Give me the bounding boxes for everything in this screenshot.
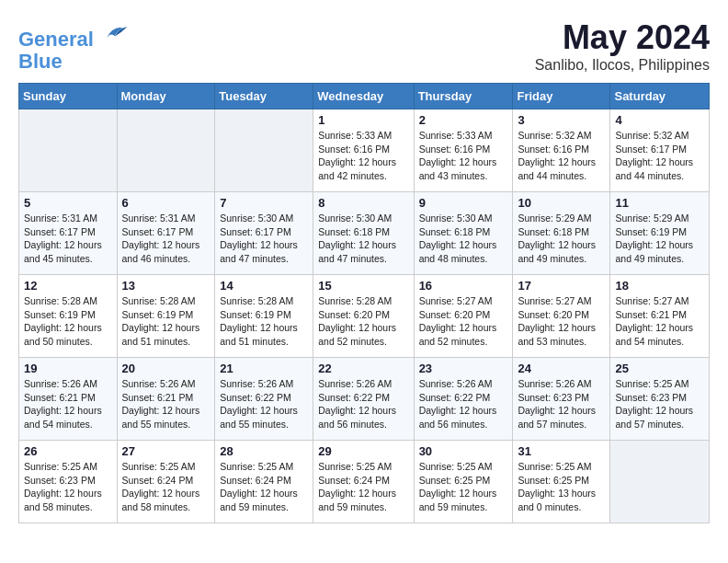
calendar-header-row: SundayMondayTuesdayWednesdayThursdayFrid… xyxy=(19,84,710,109)
day-number: 20 xyxy=(122,362,210,375)
calendar-cell: 10Sunrise: 5:29 AMSunset: 6:18 PMDayligh… xyxy=(513,192,610,275)
calendar-week-row: 26Sunrise: 5:25 AMSunset: 6:23 PMDayligh… xyxy=(19,441,710,523)
day-number: 1 xyxy=(318,113,408,127)
calendar-cell: 22Sunrise: 5:26 AMSunset: 6:22 PMDayligh… xyxy=(313,358,414,441)
day-number: 16 xyxy=(419,279,508,293)
day-number: 27 xyxy=(122,444,210,458)
calendar-cell: 18Sunrise: 5:27 AMSunset: 6:21 PMDayligh… xyxy=(610,275,710,358)
calendar-week-row: 1Sunrise: 5:33 AMSunset: 6:16 PMDaylight… xyxy=(19,109,710,192)
day-number: 6 xyxy=(122,196,210,210)
day-number: 22 xyxy=(318,362,408,375)
calendar-week-row: 5Sunrise: 5:31 AMSunset: 6:17 PMDaylight… xyxy=(19,192,710,275)
calendar-cell: 20Sunrise: 5:26 AMSunset: 6:21 PMDayligh… xyxy=(117,358,215,441)
day-info: Sunrise: 5:25 AMSunset: 6:24 PMDaylight:… xyxy=(122,460,210,514)
day-info: Sunrise: 5:26 AMSunset: 6:21 PMDaylight:… xyxy=(24,377,112,431)
day-number: 15 xyxy=(318,279,408,293)
calendar-cell: 17Sunrise: 5:27 AMSunset: 6:20 PMDayligh… xyxy=(513,275,610,358)
calendar-cell: 11Sunrise: 5:29 AMSunset: 6:19 PMDayligh… xyxy=(610,192,710,275)
weekday-header-thursday: Thursday xyxy=(414,84,513,109)
day-info: Sunrise: 5:29 AMSunset: 6:19 PMDaylight:… xyxy=(615,212,704,266)
page-header: General Blue May 2024 Sanlibo, Ilocos, P… xyxy=(18,18,710,74)
day-info: Sunrise: 5:25 AMSunset: 6:24 PMDaylight:… xyxy=(318,460,408,514)
calendar-week-row: 12Sunrise: 5:28 AMSunset: 6:19 PMDayligh… xyxy=(19,275,710,358)
day-info: Sunrise: 5:32 AMSunset: 6:16 PMDaylight:… xyxy=(518,129,605,183)
calendar-cell: 6Sunrise: 5:31 AMSunset: 6:17 PMDaylight… xyxy=(117,192,215,275)
weekday-header-saturday: Saturday xyxy=(610,84,710,109)
day-info: Sunrise: 5:26 AMSunset: 6:23 PMDaylight:… xyxy=(518,377,605,431)
calendar-cell: 5Sunrise: 5:31 AMSunset: 6:17 PMDaylight… xyxy=(19,192,118,275)
day-info: Sunrise: 5:33 AMSunset: 6:16 PMDaylight:… xyxy=(318,129,408,183)
day-number: 31 xyxy=(518,444,605,458)
day-info: Sunrise: 5:25 AMSunset: 6:23 PMDaylight:… xyxy=(615,377,704,431)
weekday-header-friday: Friday xyxy=(513,84,610,109)
day-number: 5 xyxy=(24,196,112,210)
day-info: Sunrise: 5:33 AMSunset: 6:16 PMDaylight:… xyxy=(419,129,508,183)
day-number: 11 xyxy=(615,196,704,210)
day-number: 7 xyxy=(220,196,308,210)
calendar-cell: 19Sunrise: 5:26 AMSunset: 6:21 PMDayligh… xyxy=(19,358,118,441)
calendar-cell: 1Sunrise: 5:33 AMSunset: 6:16 PMDaylight… xyxy=(313,109,414,192)
day-number: 13 xyxy=(122,279,210,293)
day-number: 2 xyxy=(419,113,508,127)
calendar-cell xyxy=(215,109,313,192)
calendar-cell: 16Sunrise: 5:27 AMSunset: 6:20 PMDayligh… xyxy=(414,275,513,358)
day-number: 21 xyxy=(220,362,308,375)
day-info: Sunrise: 5:26 AMSunset: 6:22 PMDaylight:… xyxy=(318,377,408,431)
day-number: 25 xyxy=(615,362,704,375)
logo: General Blue xyxy=(18,18,129,73)
day-number: 8 xyxy=(318,196,408,210)
day-number: 23 xyxy=(419,362,508,375)
day-info: Sunrise: 5:31 AMSunset: 6:17 PMDaylight:… xyxy=(24,212,112,266)
day-number: 12 xyxy=(24,279,112,293)
day-number: 30 xyxy=(419,444,508,458)
calendar-cell: 24Sunrise: 5:26 AMSunset: 6:23 PMDayligh… xyxy=(513,358,610,441)
weekday-header-sunday: Sunday xyxy=(19,84,118,109)
day-info: Sunrise: 5:27 AMSunset: 6:21 PMDaylight:… xyxy=(615,294,704,349)
calendar-cell: 7Sunrise: 5:30 AMSunset: 6:17 PMDaylight… xyxy=(215,192,313,275)
day-info: Sunrise: 5:28 AMSunset: 6:19 PMDaylight:… xyxy=(220,294,308,349)
calendar-cell: 29Sunrise: 5:25 AMSunset: 6:24 PMDayligh… xyxy=(313,441,414,523)
calendar-cell: 31Sunrise: 5:25 AMSunset: 6:25 PMDayligh… xyxy=(513,441,610,523)
day-info: Sunrise: 5:25 AMSunset: 6:25 PMDaylight:… xyxy=(518,460,605,514)
calendar-table: SundayMondayTuesdayWednesdayThursdayFrid… xyxy=(18,83,710,523)
day-info: Sunrise: 5:32 AMSunset: 6:17 PMDaylight:… xyxy=(615,129,704,183)
weekday-header-wednesday: Wednesday xyxy=(313,84,414,109)
calendar-cell xyxy=(19,109,118,192)
calendar-week-row: 19Sunrise: 5:26 AMSunset: 6:21 PMDayligh… xyxy=(19,358,710,441)
calendar-cell: 25Sunrise: 5:25 AMSunset: 6:23 PMDayligh… xyxy=(610,358,710,441)
day-number: 29 xyxy=(318,444,408,458)
calendar-cell: 4Sunrise: 5:32 AMSunset: 6:17 PMDaylight… xyxy=(610,109,710,192)
calendar-cell xyxy=(610,441,710,523)
calendar-cell: 30Sunrise: 5:25 AMSunset: 6:25 PMDayligh… xyxy=(414,441,513,523)
day-number: 17 xyxy=(518,279,605,293)
day-info: Sunrise: 5:30 AMSunset: 6:18 PMDaylight:… xyxy=(318,212,408,266)
day-number: 28 xyxy=(220,444,308,458)
day-info: Sunrise: 5:26 AMSunset: 6:22 PMDaylight:… xyxy=(419,377,508,431)
day-number: 24 xyxy=(518,362,605,375)
day-info: Sunrise: 5:30 AMSunset: 6:17 PMDaylight:… xyxy=(220,212,308,266)
calendar-cell: 23Sunrise: 5:26 AMSunset: 6:22 PMDayligh… xyxy=(414,358,513,441)
day-number: 19 xyxy=(24,362,112,375)
day-number: 10 xyxy=(518,196,605,210)
calendar-cell: 27Sunrise: 5:25 AMSunset: 6:24 PMDayligh… xyxy=(117,441,215,523)
day-info: Sunrise: 5:31 AMSunset: 6:17 PMDaylight:… xyxy=(122,212,210,266)
day-number: 4 xyxy=(615,113,704,127)
calendar-cell: 13Sunrise: 5:28 AMSunset: 6:19 PMDayligh… xyxy=(117,275,215,358)
day-info: Sunrise: 5:25 AMSunset: 6:23 PMDaylight:… xyxy=(24,460,112,514)
calendar-cell: 15Sunrise: 5:28 AMSunset: 6:20 PMDayligh… xyxy=(313,275,414,358)
calendar-cell: 9Sunrise: 5:30 AMSunset: 6:18 PMDaylight… xyxy=(414,192,513,275)
day-number: 18 xyxy=(615,279,704,293)
day-info: Sunrise: 5:30 AMSunset: 6:18 PMDaylight:… xyxy=(419,212,508,266)
weekday-header-monday: Monday xyxy=(117,84,215,109)
calendar-cell: 2Sunrise: 5:33 AMSunset: 6:16 PMDaylight… xyxy=(414,109,513,192)
day-info: Sunrise: 5:26 AMSunset: 6:21 PMDaylight:… xyxy=(122,377,210,431)
logo-bird-icon xyxy=(101,18,129,46)
weekday-header-tuesday: Tuesday xyxy=(215,84,313,109)
calendar-cell: 8Sunrise: 5:30 AMSunset: 6:18 PMDaylight… xyxy=(313,192,414,275)
calendar-cell xyxy=(117,109,215,192)
calendar-cell: 26Sunrise: 5:25 AMSunset: 6:23 PMDayligh… xyxy=(19,441,118,523)
day-info: Sunrise: 5:28 AMSunset: 6:19 PMDaylight:… xyxy=(122,294,210,349)
day-info: Sunrise: 5:28 AMSunset: 6:20 PMDaylight:… xyxy=(318,294,408,349)
logo-text: General xyxy=(18,18,129,51)
calendar-cell: 21Sunrise: 5:26 AMSunset: 6:22 PMDayligh… xyxy=(215,358,313,441)
